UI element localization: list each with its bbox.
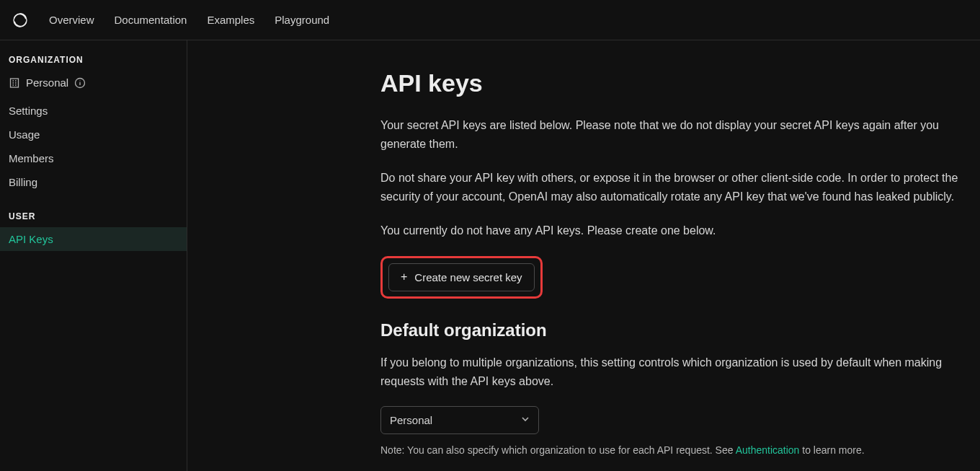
nav-playground[interactable]: Playground bbox=[275, 14, 329, 26]
topnav-links: Overview Documentation Examples Playgrou… bbox=[49, 14, 329, 26]
topnav: Overview Documentation Examples Playgrou… bbox=[0, 0, 980, 40]
note-prefix: Note: You can also specify which organiz… bbox=[380, 444, 736, 456]
main-content: API keys Your secret API keys are listed… bbox=[187, 40, 980, 471]
sidebar-item-api-keys[interactable]: API Keys bbox=[0, 227, 187, 251]
sidebar-org-selector[interactable]: Personal bbox=[0, 71, 187, 99]
svg-point-10 bbox=[80, 80, 81, 81]
nav-overview[interactable]: Overview bbox=[49, 14, 94, 26]
sidebar-heading-organization: ORGANIZATION bbox=[0, 55, 187, 71]
sidebar-item-settings[interactable]: Settings bbox=[0, 99, 187, 123]
create-secret-key-label: Create new secret key bbox=[414, 271, 522, 283]
default-org-select[interactable]: Personal bbox=[380, 406, 539, 434]
default-org-paragraph: If you belong to multiple organizations,… bbox=[380, 353, 971, 390]
intro-paragraph-2: Do not share your API key with others, o… bbox=[380, 169, 971, 206]
sidebar-heading-user: USER bbox=[0, 211, 187, 227]
no-keys-paragraph: You currently do not have any API keys. … bbox=[380, 221, 971, 240]
default-org-select-value: Personal bbox=[390, 414, 432, 426]
page-title: API keys bbox=[380, 69, 971, 97]
svg-rect-1 bbox=[11, 79, 19, 87]
default-org-select-wrap: Personal bbox=[380, 406, 539, 434]
sidebar-item-usage[interactable]: Usage bbox=[0, 123, 187, 146]
note-text: Note: You can also specify which organiz… bbox=[380, 444, 971, 456]
default-org-heading: Default organization bbox=[380, 320, 971, 340]
sidebar-org-name: Personal bbox=[26, 76, 68, 89]
sidebar: ORGANIZATION Personal bbox=[0, 40, 187, 471]
info-icon bbox=[74, 77, 86, 89]
sidebar-item-members[interactable]: Members bbox=[0, 146, 187, 170]
openai-logo-icon bbox=[12, 12, 29, 29]
authentication-link[interactable]: Authentication bbox=[736, 444, 800, 456]
sidebar-item-billing[interactable]: Billing bbox=[0, 170, 187, 194]
nav-examples[interactable]: Examples bbox=[207, 14, 254, 26]
building-icon bbox=[9, 77, 20, 89]
note-suffix: to learn more. bbox=[799, 444, 864, 456]
plus-icon: + bbox=[401, 271, 407, 283]
intro-paragraph-1: Your secret API keys are listed below. P… bbox=[380, 116, 971, 153]
nav-documentation[interactable]: Documentation bbox=[115, 14, 187, 26]
highlight-box: + Create new secret key bbox=[380, 256, 543, 299]
create-secret-key-button[interactable]: + Create new secret key bbox=[388, 263, 535, 291]
